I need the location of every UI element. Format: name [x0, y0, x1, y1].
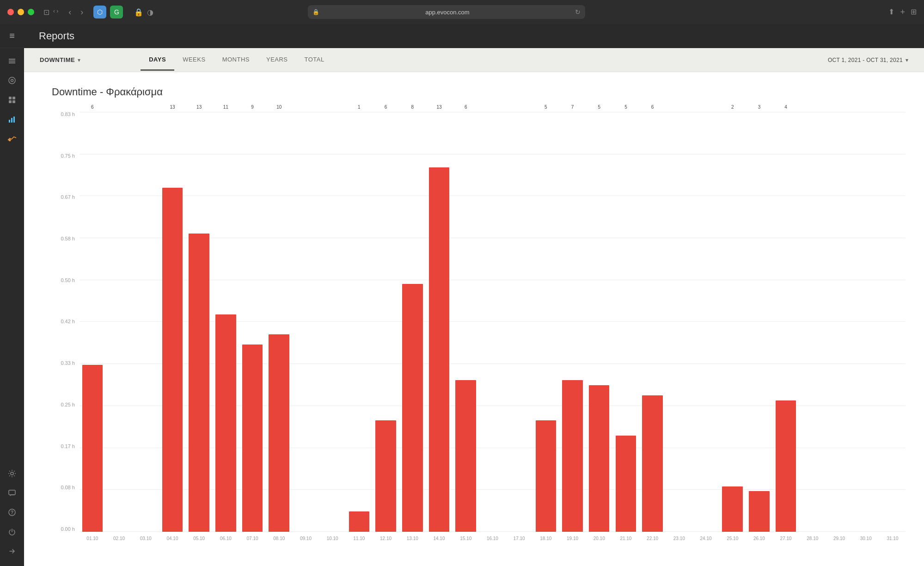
- bar-count-label: 6: [80, 105, 105, 359]
- date-range-picker[interactable]: OCT 1, 2021 - OCT 31, 2021 ▾: [823, 54, 913, 66]
- x-axis-label: 18.10: [533, 536, 559, 541]
- url-bar[interactable]: 🔒 app.evocon.com ↻: [308, 5, 585, 19]
- close-button[interactable]: [7, 9, 14, 15]
- bar-group[interactable]: 30.10: [853, 112, 879, 532]
- bar[interactable]: [375, 420, 396, 532]
- bar-group[interactable]: 518.10: [533, 112, 559, 532]
- bar-group[interactable]: 03.10: [133, 112, 159, 532]
- maximize-button[interactable]: [28, 9, 34, 15]
- sidebar-item-expand[interactable]: [3, 542, 21, 560]
- bar-group[interactable]: 1106.10: [213, 112, 239, 532]
- y-axis-label: 0.58 h: [61, 236, 75, 241]
- bar[interactable]: [776, 400, 796, 532]
- trend-icon: [7, 135, 17, 142]
- bar[interactable]: [536, 420, 557, 532]
- bar-group[interactable]: 601.10: [80, 112, 105, 532]
- tab-total[interactable]: TOTAL: [296, 49, 333, 71]
- app-icon-evocon[interactable]: ⬡: [93, 6, 106, 18]
- bar-group[interactable]: 622.10: [640, 112, 666, 532]
- bar-group[interactable]: 521.10: [613, 112, 639, 532]
- bar[interactable]: [642, 395, 663, 532]
- tab-months[interactable]: MONTHS: [214, 49, 258, 71]
- bar-count-label: 6: [453, 105, 479, 375]
- bar-group[interactable]: 1008.10: [266, 112, 292, 532]
- bar-group[interactable]: 31.10: [880, 112, 906, 532]
- bar-group[interactable]: 520.10: [586, 112, 612, 532]
- bar[interactable]: [562, 380, 583, 532]
- bar-count-label: 4: [773, 105, 799, 395]
- bar[interactable]: [455, 380, 476, 532]
- svg-rect-7: [9, 100, 12, 103]
- bar-group[interactable]: 10.10: [319, 112, 345, 532]
- tab-years[interactable]: YEARS: [258, 49, 296, 71]
- bar[interactable]: [722, 486, 743, 532]
- bar-group[interactable]: 111.10: [346, 112, 372, 532]
- reload-button[interactable]: ↻: [575, 8, 581, 16]
- report-type-selector[interactable]: DOWNTIME ▾: [35, 54, 85, 66]
- bar-group[interactable]: 09.10: [293, 112, 319, 532]
- bar[interactable]: [402, 284, 423, 532]
- tabs-icon[interactable]: ⊞: [911, 7, 917, 17]
- svg-rect-6: [12, 97, 15, 99]
- bar[interactable]: [189, 234, 209, 532]
- bar-group[interactable]: 28.10: [800, 112, 826, 532]
- bar-group[interactable]: 23.10: [666, 112, 692, 532]
- titlebar: ⊡ ‹ › ‹ › ⬡ G 🔒 ◑ 🔒 app.evocon.com ↻ ⬆ +…: [0, 0, 924, 24]
- bar-group[interactable]: 719.10: [560, 112, 586, 532]
- bar-group[interactable]: 02.10: [106, 112, 132, 532]
- bar-group[interactable]: 813.10: [399, 112, 425, 532]
- sidebar-item-reports[interactable]: [3, 110, 21, 129]
- sidebar-toggle-icon[interactable]: ⊡: [43, 8, 49, 17]
- sidebar-item-help[interactable]: ?: [3, 503, 21, 522]
- back-button[interactable]: ‹: [66, 6, 74, 19]
- bar-group[interactable]: 1304.10: [159, 112, 185, 532]
- bar-group[interactable]: 29.10: [826, 112, 852, 532]
- x-axis-label: 09.10: [293, 536, 319, 541]
- hamburger-icon[interactable]: ≡: [9, 31, 15, 41]
- bar[interactable]: [162, 188, 183, 532]
- bar[interactable]: [589, 385, 610, 532]
- new-tab-icon[interactable]: +: [900, 7, 905, 17]
- theme-icon[interactable]: ◑: [147, 8, 153, 17]
- bar-group[interactable]: 17.10: [506, 112, 532, 532]
- bar-count-label: 7: [560, 105, 586, 375]
- bar-group[interactable]: 225.10: [720, 112, 746, 532]
- bar-group[interactable]: 907.10: [239, 112, 265, 532]
- sidebar-item-monitor[interactable]: [3, 71, 21, 90]
- bar-group[interactable]: 1305.10: [186, 112, 212, 532]
- tab-weeks[interactable]: WEEKS: [174, 49, 214, 71]
- bar-group[interactable]: 615.10: [453, 112, 479, 532]
- x-axis-label: 12.10: [373, 536, 399, 541]
- app-icon-google[interactable]: G: [110, 6, 123, 18]
- bar[interactable]: [82, 365, 103, 532]
- bar[interactable]: [269, 334, 289, 532]
- forward-button[interactable]: ›: [78, 6, 86, 19]
- bar-count-label: 5: [533, 105, 559, 415]
- sidebar-item-settings[interactable]: [3, 464, 21, 483]
- bar-group[interactable]: 326.10: [747, 112, 772, 532]
- bar-group[interactable]: 16.10: [480, 112, 506, 532]
- bar[interactable]: [215, 314, 236, 532]
- x-axis-label: 26.10: [747, 536, 772, 541]
- sidebar-item-dashboard[interactable]: [3, 91, 21, 109]
- bar-group[interactable]: 1314.10: [426, 112, 452, 532]
- svg-rect-2: [9, 62, 15, 63]
- bar[interactable]: [429, 167, 450, 532]
- bar[interactable]: [242, 345, 263, 532]
- share-icon[interactable]: ⬆: [888, 7, 894, 17]
- expand-icon[interactable]: ‹ ›: [53, 8, 58, 17]
- bar-group[interactable]: 612.10: [373, 112, 399, 532]
- bar[interactable]: [349, 511, 370, 532]
- bar[interactable]: [749, 491, 770, 532]
- tab-days[interactable]: DAYS: [141, 49, 174, 71]
- bar-group[interactable]: 427.10: [773, 112, 799, 532]
- sidebar-item-list[interactable]: [3, 52, 21, 70]
- bar-group[interactable]: 24.10: [693, 112, 719, 532]
- sidebar-item-trends[interactable]: [3, 129, 21, 148]
- sidebar-item-messages[interactable]: [3, 484, 21, 502]
- bar[interactable]: [616, 436, 636, 532]
- sidebar-item-power[interactable]: [3, 523, 21, 541]
- minimize-button[interactable]: [18, 9, 24, 15]
- y-axis-label: 0.08 h: [61, 485, 75, 490]
- svg-rect-11: [13, 117, 15, 123]
